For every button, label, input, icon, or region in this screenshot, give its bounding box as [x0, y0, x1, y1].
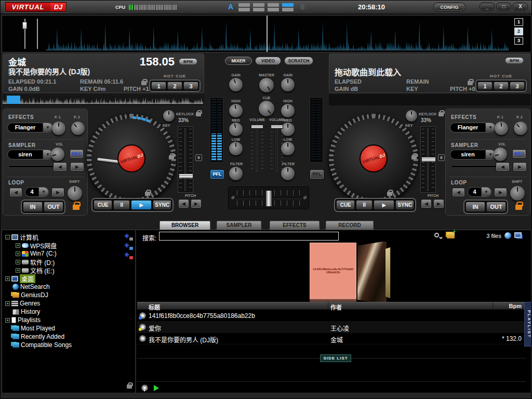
sample-prev-button[interactable]: [53, 162, 67, 171]
tree-item-drive-e[interactable]: +文档 (E:): [16, 266, 55, 274]
collapse-icon[interactable]: -: [5, 235, 10, 240]
panel-lock-icon[interactable]: [515, 205, 522, 210]
deck-right-bpm-badge[interactable]: BPM: [505, 57, 524, 64]
add-filter-folder-icon[interactable]: +: [125, 251, 133, 259]
table-row[interactable]: 爱你 王心凌: [137, 322, 526, 333]
table-row[interactable]: 141f61f8b0cce8c4b7755a80186ab22b: [137, 310, 526, 322]
album-cover-current[interactable]: 141f61f8b0cce8c4b7755a80186ab22b: [310, 243, 356, 299]
sample-next-button[interactable]: [513, 162, 527, 171]
hotcue-1-button[interactable]: 1: [151, 82, 166, 90]
pitch-fader-handle[interactable]: [179, 174, 193, 179]
lock-icon[interactable]: [468, 81, 473, 85]
key-knob[interactable]: [163, 110, 175, 122]
deck-layout-button-1[interactable]: [238, 3, 250, 11]
rhythm-zoom-1[interactable]: 1: [514, 18, 523, 26]
loop-in-button[interactable]: IN: [466, 202, 485, 212]
tree-item-wps[interactable]: +WPS网盘: [16, 241, 57, 249]
effect-param1-knob[interactable]: [495, 122, 508, 135]
add-folder-icon[interactable]: [447, 232, 455, 238]
sampler-volume-knob[interactable]: [494, 148, 507, 161]
sample-prev-button[interactable]: [496, 162, 510, 171]
volume-fader-handle[interactable]: [251, 125, 263, 129]
play-button[interactable]: ▶: [374, 200, 394, 210]
deck-layout-button-3[interactable]: [268, 3, 279, 11]
rhythm-zoom-3[interactable]: 3: [514, 37, 523, 45]
album-cover-next[interactable]: [357, 242, 387, 302]
deck-left-filter-knob[interactable]: [229, 167, 243, 180]
loop-double-button[interactable]: [494, 188, 507, 197]
deck-left-pitch-fader[interactable]: [178, 126, 193, 193]
crossfader-right-end-icon[interactable]: [302, 195, 307, 200]
sampler-rec-button[interactable]: REC: [512, 149, 526, 158]
tree-item-playlists[interactable]: +Playlists: [5, 316, 41, 324]
chevron-down-icon[interactable]: [481, 188, 491, 196]
deck-right-pfl-button[interactable]: PFL: [310, 169, 324, 179]
loop-out-button[interactable]: OUT: [44, 202, 63, 212]
rhythm-zoom-2[interactable]: 2: [514, 28, 523, 35]
effect-select[interactable]: Flanger: [450, 123, 496, 132]
pitch-lock-icon[interactable]: [169, 155, 174, 159]
pause-button[interactable]: II: [113, 200, 130, 210]
sampler-volume-knob[interactable]: [51, 148, 64, 161]
pitch-bend-plus-button[interactable]: [191, 199, 202, 208]
master-volume-knob[interactable]: [259, 78, 274, 92]
tree-item-drive-d[interactable]: +软件 (D:): [16, 258, 55, 266]
pitch-bend-plus-button[interactable]: [433, 199, 444, 208]
album-cover-far[interactable]: [385, 247, 390, 298]
automix-play-icon[interactable]: [154, 385, 159, 391]
column-bpm[interactable]: Bpm: [496, 303, 522, 309]
effect-param1-knob[interactable]: [52, 122, 65, 135]
pitch-bend-minus-button[interactable]: [178, 199, 189, 208]
hotcue-1-button[interactable]: 1: [477, 82, 493, 90]
pitch-zero-button[interactable]: 0: [195, 154, 202, 161]
tab-video[interactable]: VIDEO: [255, 57, 281, 65]
play-button[interactable]: ▶: [131, 200, 152, 210]
jog-center-label[interactable]: VIRTUALDJ: [360, 144, 388, 172]
pause-button[interactable]: II: [356, 200, 373, 210]
tab-record[interactable]: RECORD: [326, 221, 374, 230]
deck-left-pfl-button[interactable]: PFL: [210, 169, 224, 179]
hotcue-2-button[interactable]: 2: [167, 82, 182, 90]
pitch-zero-button[interactable]: 0: [438, 154, 445, 161]
deck-right-high-knob[interactable]: [281, 104, 295, 117]
effect-param2-knob[interactable]: [71, 122, 85, 135]
expand-icon[interactable]: +: [5, 276, 10, 281]
sample-select[interactable]: siren: [7, 150, 53, 159]
loop-shift-knob[interactable]: [68, 186, 82, 201]
tree-item-desktop[interactable]: +桌面: [5, 274, 35, 283]
deck-left-low-knob[interactable]: [229, 142, 243, 155]
tree-item-netsearch[interactable]: NetSearch: [12, 283, 50, 291]
rhythm-zoom-slider-handle[interactable]: [22, 22, 27, 29]
pitch-lock-icon[interactable]: [411, 155, 417, 159]
deck-left-gain-knob[interactable]: [229, 78, 243, 91]
loop-double-button[interactable]: [51, 188, 64, 197]
deck-right-gain-knob[interactable]: [281, 78, 295, 91]
panel-lock-icon[interactable]: [73, 205, 79, 210]
pitch-bend-minus-button[interactable]: [421, 199, 432, 208]
chevron-down-icon[interactable]: [485, 123, 495, 132]
tree-item-compatible-songs[interactable]: Compatible Songs: [12, 341, 72, 349]
loop-in-button[interactable]: IN: [23, 202, 43, 212]
expand-icon[interactable]: +: [5, 318, 10, 323]
sample-next-button[interactable]: [70, 162, 84, 171]
tree-item-most-played[interactable]: Most Played: [12, 324, 55, 332]
expand-icon[interactable]: +: [16, 243, 20, 248]
tree-item-geniusdj[interactable]: GeniusDJ: [12, 291, 48, 299]
expand-icon[interactable]: +: [16, 251, 20, 256]
deck-left-bpm-badge[interactable]: BPM: [179, 58, 197, 65]
tree-item-genres[interactable]: +Genres: [5, 299, 40, 308]
cue-volume-knob[interactable]: [259, 101, 274, 116]
cue-button[interactable]: CUE: [94, 200, 112, 210]
deck-right-filter-knob[interactable]: [281, 167, 295, 180]
netsearch-globe-icon[interactable]: [504, 232, 511, 239]
sampler-rec-button[interactable]: REC: [70, 149, 84, 158]
sync-button[interactable]: SYNC: [395, 200, 414, 210]
deck-left-med-knob[interactable]: [229, 123, 243, 136]
loop-half-button[interactable]: [9, 188, 22, 197]
deck-left-track-waveform[interactable]: [3, 94, 204, 105]
chevron-down-icon[interactable]: [43, 123, 52, 132]
volume-fader-handle[interactable]: [271, 125, 283, 129]
pitch-fader-handle[interactable]: [421, 157, 436, 162]
loop-out-button[interactable]: OUT: [486, 202, 506, 212]
maximize-button[interactable]: □: [496, 3, 511, 11]
